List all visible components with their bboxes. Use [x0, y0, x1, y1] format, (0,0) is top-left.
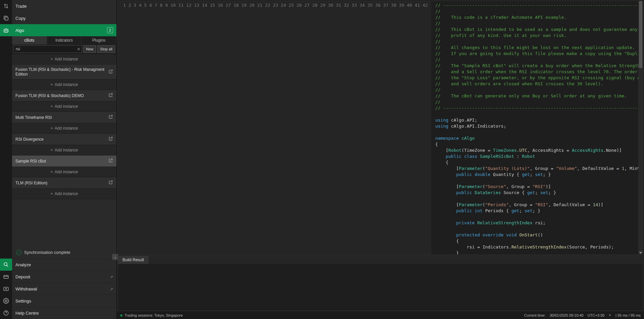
bot-name: RSI Divergence — [15, 137, 44, 142]
tab-plugins[interactable]: Plugins — [82, 36, 116, 44]
bot-item[interactable]: Fusion TLM (RSI & Stochastic) DEMO — [12, 90, 116, 101]
svg-point-7 — [6, 288, 7, 289]
settings-rail-icon[interactable] — [0, 295, 12, 307]
bot-item[interactable]: RSI Divergence — [12, 134, 116, 145]
share-icon[interactable] — [108, 115, 113, 120]
plus-icon: + — [51, 104, 53, 109]
svg-point-3 — [7, 31, 7, 31]
trading-sessions: Trading sessions: Tokyo, Singapore — [125, 313, 183, 317]
plus-icon: + — [51, 191, 53, 196]
build-result-tab[interactable]: Build Result — [118, 256, 149, 264]
plus-icon: + — [51, 57, 53, 61]
plus-icon: + — [51, 82, 53, 87]
nav-analyze[interactable]: Analyze — [12, 259, 116, 271]
plus-icon: + — [51, 148, 53, 152]
svg-point-8 — [5, 300, 7, 302]
bot-name: TLM (RSI Edition) — [15, 181, 47, 185]
add-instance-button[interactable]: +Add instance — [12, 188, 116, 199]
svg-point-4 — [4, 263, 7, 266]
nav-copy-label: Copy — [15, 16, 26, 21]
bot-item[interactable]: Sample RSI cBot — [12, 155, 116, 167]
new-button[interactable]: New — [83, 45, 96, 53]
bot-name: Fusion TLM (RSI & Stochastic) - Risk Man… — [15, 67, 108, 77]
nav-trade[interactable]: Trade — [12, 0, 116, 12]
sidebar: Trade Copy Algo 2 cBots Indicators Plugi… — [12, 0, 117, 319]
nav-help[interactable]: Help Centre — [12, 307, 116, 319]
stop-all-button[interactable]: Stop all — [97, 45, 115, 53]
algo-badge: 2 — [107, 27, 113, 33]
search-input[interactable] — [13, 45, 82, 53]
left-rail — [0, 0, 12, 319]
filter-row: ✕ New Stop all — [12, 44, 116, 54]
panel-collapse-icon[interactable]: ⌄ — [112, 254, 118, 260]
deposit-rail-icon[interactable] — [0, 271, 12, 283]
bot-item[interactable]: Fusion TLM (RSI & Stochastic) - Risk Man… — [12, 64, 116, 79]
svg-point-2 — [5, 31, 6, 31]
status-bar: Trading sessions: Tokyo, Singapore Curre… — [117, 312, 644, 319]
nav-trade-label: Trade — [15, 4, 27, 9]
tz-dropdown-icon[interactable]: ▼ — [608, 314, 611, 317]
code-content[interactable]: // -------------------------------------… — [431, 1, 638, 255]
timezone[interactable]: UTC+3:30 — [588, 313, 604, 317]
nav-settings[interactable]: Settings — [12, 295, 116, 307]
algo-rail-icon[interactable] — [0, 24, 12, 36]
copy-rail-icon[interactable] — [0, 12, 12, 24]
share-icon[interactable] — [108, 158, 113, 164]
status-dot-icon — [120, 314, 122, 317]
share-icon[interactable] — [108, 136, 113, 142]
add-instance-button[interactable]: +Add instance — [12, 54, 116, 64]
bot-item[interactable]: Multi Timeframe RSI — [12, 112, 116, 123]
nav-settings-label: Settings — [15, 299, 31, 304]
code-editor[interactable]: 1 2 3 4 5 6 7 8 9 10 11 12 13 14 15 16 1… — [117, 1, 643, 255]
scroll-thumb[interactable] — [639, 1, 642, 68]
nav-help-label: Help Centre — [15, 311, 39, 316]
plus-icon: + — [51, 170, 53, 174]
add-instance-button[interactable]: +Add instance — [12, 123, 116, 134]
bot-item[interactable]: TLM (RSI Edition) — [12, 177, 116, 188]
plus-icon: + — [51, 126, 53, 131]
scroll-down-icon[interactable] — [639, 252, 642, 254]
bot-name: Fusion TLM (RSI & Stochastic) DEMO — [15, 93, 84, 98]
share-icon[interactable] — [108, 69, 113, 75]
tab-cbots[interactable]: cBots — [12, 36, 47, 44]
add-instance-button[interactable]: +Add instance — [12, 167, 116, 177]
current-time: 30/01/2025 09:10:40 — [550, 313, 584, 317]
share-icon[interactable] — [108, 93, 113, 98]
bot-name: Sample RSI cBot — [15, 159, 46, 164]
time-label: Current time: — [524, 313, 546, 317]
check-icon: ✓ — [16, 250, 21, 255]
external-link-icon: ↗ — [110, 275, 113, 279]
withdrawal-rail-icon[interactable] — [0, 283, 12, 295]
help-rail-icon[interactable] — [0, 307, 12, 319]
bot-name: Multi Timeframe RSI — [15, 115, 52, 120]
algo-sub-tabs: cBots Indicators Plugins — [12, 36, 116, 44]
svg-rect-6 — [4, 287, 8, 291]
sync-status: ✓ Synchronisation complete — [12, 246, 116, 259]
nav-copy[interactable]: Copy — [12, 12, 116, 24]
add-instance-button[interactable]: +Add instance — [12, 79, 116, 90]
latency: | 55 ms / 95 ms — [615, 313, 641, 317]
share-icon[interactable] — [108, 180, 113, 186]
nav-withdrawal-label: Withdrawal — [15, 286, 37, 291]
add-instance-button[interactable]: +Add instance — [12, 145, 116, 155]
bot-list[interactable]: +Add instanceFusion TLM (RSI & Stochasti… — [12, 54, 116, 246]
trade-rail-icon[interactable] — [0, 0, 12, 12]
build-panel: ⌄ Build Result — [117, 256, 643, 311]
analyze-rail-icon[interactable] — [0, 259, 12, 271]
add-instance-button[interactable]: +Add instance — [12, 101, 116, 112]
nav-algo-label: Algo — [15, 28, 24, 33]
nav-deposit[interactable]: Deposit↗ — [12, 271, 116, 283]
build-output — [118, 264, 643, 311]
svg-rect-5 — [4, 275, 8, 278]
nav-withdrawal[interactable]: Withdrawal↗ — [12, 283, 116, 295]
sync-text: Synchronisation complete — [24, 250, 70, 255]
line-gutter: 1 2 3 4 5 6 7 8 9 10 11 12 13 14 15 16 1… — [118, 1, 431, 255]
clear-search-icon[interactable]: ✕ — [77, 47, 81, 52]
main-area: 1 2 3 4 5 6 7 8 9 10 11 12 13 14 15 16 1… — [117, 0, 644, 319]
tab-indicators[interactable]: Indicators — [47, 36, 82, 44]
svg-rect-0 — [5, 17, 8, 20]
external-link-icon: ↗ — [110, 287, 113, 291]
editor-scrollbar[interactable] — [638, 1, 643, 255]
nav-algo[interactable]: Algo 2 — [12, 24, 116, 36]
nav-analyze-label: Analyze — [15, 262, 31, 267]
